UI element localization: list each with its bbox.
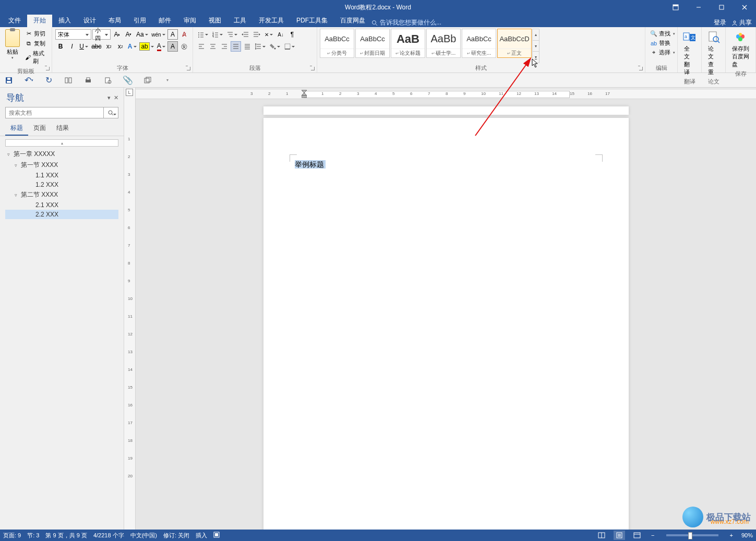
selected-text[interactable]: 举例标题: [295, 160, 324, 169]
nav-tab-headings[interactable]: 标题: [5, 122, 28, 136]
status-page-of[interactable]: 第 9 页，共 9 页: [45, 532, 87, 539]
sort-button[interactable]: A↓: [275, 29, 286, 40]
status-page[interactable]: 页面: 9: [3, 532, 21, 539]
qat-new-window[interactable]: [143, 76, 152, 85]
font-size-combo[interactable]: 小四: [92, 29, 111, 40]
style-item-1[interactable]: AaBbCc封面日期: [355, 29, 390, 58]
zoom-out[interactable]: −: [649, 532, 656, 538]
tree-item[interactable]: ▿第一节 XXXX: [5, 160, 118, 171]
borders-button[interactable]: [283, 41, 296, 52]
character-border-button[interactable]: A: [167, 29, 178, 40]
nav-search-box[interactable]: [5, 107, 118, 118]
tab-references[interactable]: 引用: [127, 14, 152, 27]
show-marks-button[interactable]: ¶: [287, 29, 297, 40]
align-left-button[interactable]: [196, 41, 207, 52]
collapse-ribbon-button[interactable]: ˄: [750, 534, 753, 539]
maximize-button[interactable]: [710, 0, 733, 15]
tree-item[interactable]: 2.2 XXX: [5, 210, 118, 219]
underline-button[interactable]: U: [78, 41, 89, 52]
font-color-button[interactable]: A: [156, 41, 167, 52]
shading-button[interactable]: [268, 41, 282, 52]
styles-scroll-up[interactable]: ▴: [533, 29, 539, 41]
tree-item[interactable]: ▿第一章 XXXXX: [5, 149, 118, 160]
style-item-2[interactable]: AaB论文标题: [391, 29, 425, 58]
replace-button[interactable]: ab 替换: [649, 39, 677, 47]
qat-attach[interactable]: 📎: [123, 76, 133, 85]
tab-file[interactable]: 文件: [2, 14, 27, 27]
clipboard-dialog-launcher[interactable]: [44, 65, 51, 71]
ribbon-display-options[interactable]: [664, 0, 687, 15]
nav-tab-pages[interactable]: 页面: [28, 122, 51, 136]
zoom-in[interactable]: +: [728, 532, 735, 538]
highlight-button[interactable]: ab: [139, 41, 155, 52]
bold-button[interactable]: B: [55, 41, 66, 52]
find-button[interactable]: 🔍 查找▾: [649, 29, 677, 38]
tab-review[interactable]: 审阅: [177, 14, 202, 27]
status-macro[interactable]: [213, 532, 220, 539]
document-page[interactable]: 举例标题: [263, 118, 629, 530]
nav-pane-dropdown[interactable]: ▾: [107, 94, 111, 101]
view-print-layout[interactable]: [614, 531, 625, 540]
tell-me-search[interactable]: 告诉我您想要做什么...: [371, 18, 441, 27]
qat-quick-print[interactable]: [83, 76, 93, 85]
status-language[interactable]: 中文(中国): [130, 532, 157, 539]
view-web-layout[interactable]: [631, 531, 643, 540]
align-right-button[interactable]: [219, 41, 230, 52]
nav-jump-top[interactable]: ▴: [5, 139, 118, 147]
line-spacing-button[interactable]: [254, 41, 267, 52]
text-effects-button[interactable]: A: [127, 41, 138, 52]
align-justify-button[interactable]: [231, 41, 241, 52]
character-shading-button[interactable]: A: [167, 41, 178, 52]
tree-item[interactable]: 1.2 XXX: [5, 180, 118, 189]
style-item-0[interactable]: AaBbCc分类号: [320, 29, 354, 58]
qat-more[interactable]: ▾: [163, 76, 172, 85]
tab-developer[interactable]: 开发工具: [253, 14, 290, 27]
tab-design[interactable]: 设计: [77, 14, 102, 27]
asian-layout-button[interactable]: ✕: [263, 29, 274, 40]
qat-save[interactable]: [4, 76, 14, 85]
change-case-button[interactable]: Aa: [135, 29, 149, 40]
styles-expand[interactable]: ▾̲: [533, 52, 539, 63]
increase-indent-button[interactable]: [251, 29, 262, 40]
style-item-3[interactable]: AaBb硕士学...: [426, 29, 461, 58]
align-distributed-button[interactable]: [242, 41, 253, 52]
styles-scroll-down[interactable]: ▾: [533, 41, 539, 52]
tab-view[interactable]: 视图: [202, 14, 227, 27]
numbering-button[interactable]: 123: [211, 29, 224, 40]
qat-undo[interactable]: ↶▾: [24, 76, 33, 85]
tab-home[interactable]: 开始: [27, 14, 52, 27]
style-item-4[interactable]: AaBbCc研究生...: [462, 29, 496, 58]
zoom-slider[interactable]: [666, 534, 718, 536]
tree-item[interactable]: 1.1 XXX: [5, 171, 118, 180]
vertical-ruler[interactable]: L 1234567891011121314151617181920: [124, 88, 136, 530]
shrink-font-button[interactable]: A▾: [123, 29, 134, 40]
strikethrough-button[interactable]: abc: [90, 41, 103, 52]
format-painter-button[interactable]: 🖌 格式刷: [24, 49, 49, 66]
tab-pdf[interactable]: PDF工具集: [290, 14, 334, 27]
styles-dialog-launcher[interactable]: [638, 65, 644, 71]
document-scroll-area[interactable]: 3211234567891011121314151617 举例标题: [136, 88, 756, 530]
nav-tab-results[interactable]: 结果: [51, 122, 74, 136]
tab-layout[interactable]: 布局: [102, 14, 127, 27]
qat-redo[interactable]: ↻: [44, 76, 53, 85]
italic-button[interactable]: I: [67, 41, 77, 52]
view-read-mode[interactable]: [596, 531, 607, 540]
align-center-button[interactable]: [208, 41, 218, 52]
nav-pane-close[interactable]: ✕: [114, 94, 118, 101]
tree-item[interactable]: 2.1 XXX: [5, 200, 118, 210]
tab-baidu[interactable]: 百度网盘: [334, 14, 371, 27]
status-track-changes[interactable]: 修订: 关闭: [163, 532, 189, 539]
full-translate-button[interactable]: a文 全文 翻译: [680, 28, 699, 77]
tab-selector[interactable]: L: [126, 89, 133, 96]
paragraph-dialog-launcher[interactable]: [309, 65, 316, 71]
login-link[interactable]: 登录: [714, 18, 726, 27]
status-insert-mode[interactable]: 插入: [196, 532, 207, 539]
enclose-characters-button[interactable]: ㊛: [179, 41, 189, 52]
tab-mailings[interactable]: 邮件: [152, 14, 177, 27]
status-word-count[interactable]: 4/2218 个字: [93, 532, 124, 539]
save-to-baidu-button[interactable]: 保存到 百度网盘: [728, 28, 753, 69]
cut-button[interactable]: ✂ 剪切: [24, 29, 49, 38]
status-section[interactable]: 节: 3: [27, 532, 39, 539]
superscript-button[interactable]: x2: [115, 41, 126, 52]
decrease-indent-button[interactable]: [240, 29, 250, 40]
